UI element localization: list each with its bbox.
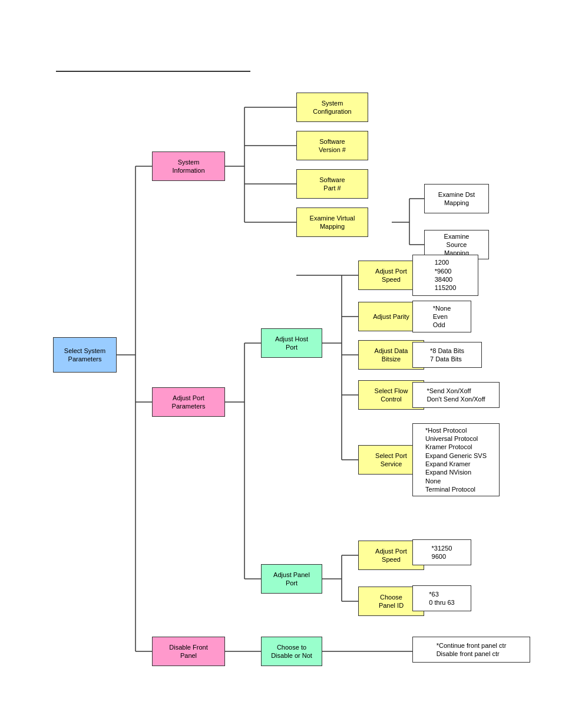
flow-control-options-node: *Send Xon/Xoff Don't Send Xon/Xoff xyxy=(412,382,500,408)
top-line xyxy=(56,71,250,72)
adjust-panel-port-node: Adjust Panel Port xyxy=(261,564,322,594)
examine-virtual-mapping-node: Examine Virtual Mapping xyxy=(296,207,368,237)
disable-front-panel-node: Disable Front Panel xyxy=(152,637,225,666)
choose-to-disable-node: Choose to Disable or Not xyxy=(261,637,322,666)
examine-dst-mapping-node: Examine Dst Mapping xyxy=(424,184,489,213)
select-system-parameters-node: Select System Parameters xyxy=(53,337,117,373)
data-bits-options-node: *8 Data Bits 7 Data Bits xyxy=(412,342,482,368)
adjust-port-parameters-node: Adjust Port Parameters xyxy=(152,387,225,417)
panel-id-options-node: *63 0 thru 63 xyxy=(412,585,471,611)
disable-options-node: *Continue front panel ctr Disable front … xyxy=(412,637,530,663)
port-service-options-node: *Host Protocol Universal Protocol Kramer… xyxy=(412,423,500,496)
adjust-host-port-node: Adjust Host Port xyxy=(261,328,322,358)
software-version-node: Software Version # xyxy=(296,131,368,160)
software-part-node: Software Part # xyxy=(296,169,368,199)
parity-options-node: *None Even Odd xyxy=(412,301,471,332)
panel-speed-options-node: *31250 9600 xyxy=(412,539,471,565)
diagram-container: Select System Parameters System Informat… xyxy=(0,0,562,728)
system-information-node: System Information xyxy=(152,151,225,181)
system-configuration-node: System Configuration xyxy=(296,93,368,122)
port-speed-options-node: 1200 *9600 38400 115200 xyxy=(412,255,478,296)
